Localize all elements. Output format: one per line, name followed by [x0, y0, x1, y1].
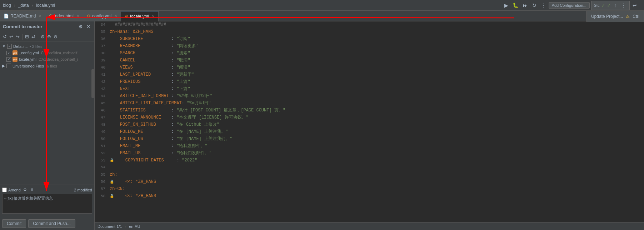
- line-number: 48: [95, 122, 108, 128]
- redo-btn[interactable]: ↪: [15, 33, 20, 40]
- line-number: 45: [95, 100, 108, 106]
- tab-config[interactable]: ⚙ config.yml ✕: [83, 11, 121, 21]
- git-push-icon[interactable]: ↑: [613, 2, 618, 9]
- group-btn[interactable]: ⊜: [40, 33, 45, 40]
- git-check-icon: ✓: [601, 2, 605, 8]
- undo-changes-btn[interactable]: ↩: [9, 33, 14, 40]
- line-number: 51: [95, 143, 108, 149]
- tab-index-close[interactable]: ✕: [76, 14, 79, 18]
- tab-index[interactable]: ⬡ index.html ✕: [45, 11, 83, 21]
- commit-button[interactable]: Commit: [2, 219, 26, 228]
- lang-label: en-AU: [129, 224, 140, 229]
- line-number: 58: [95, 193, 108, 199]
- line-number: 37: [95, 43, 108, 49]
- amend-settings-btn[interactable]: ⚙: [22, 187, 28, 192]
- strip-divider-1: [22, 34, 23, 40]
- code-line: 45 ARTICLE_LIST_DATE_FORMAT: "%m月%d日": [95, 100, 644, 107]
- line-number: 50: [95, 136, 108, 142]
- changelist-label: Defaul… • 2 files: [13, 44, 43, 49]
- commit-message-area: Amend ⚙ ⬆ 2 modified: [0, 185, 94, 217]
- line-number: 47: [95, 115, 108, 121]
- unversioned-chevron-icon: ▶: [2, 64, 5, 68]
- line-number: 40: [95, 65, 108, 71]
- rerun-btn[interactable]: ↻: [531, 2, 538, 9]
- code-view[interactable]: 34 ####################35zh-Hans: &ZH_HA…: [95, 21, 644, 222]
- undo-btn[interactable]: ↩: [631, 2, 638, 9]
- refresh-btn[interactable]: ↺: [2, 33, 8, 40]
- git-check2-icon: ✓: [607, 2, 611, 8]
- line-content: PREVIOUS : "上篇": [108, 79, 644, 85]
- code-line: 36 SUBSCRIBE : "订阅": [95, 36, 644, 43]
- more-btn[interactable]: ⋮: [539, 2, 547, 9]
- line-number: 49: [95, 129, 108, 135]
- line-content: zh-Hans: &ZH_HANS: [108, 29, 644, 35]
- code-line: 39 CANCEL : "取消": [95, 57, 644, 64]
- expand-btn[interactable]: ⊕: [46, 33, 52, 40]
- commit-and-push-button[interactable]: Commit and Push...: [28, 219, 75, 228]
- diff-btn[interactable]: ⊞: [24, 33, 30, 40]
- file-locale-checkbox[interactable]: [6, 57, 11, 62]
- move-btn[interactable]: ⇄: [31, 33, 36, 40]
- line-number: 44: [95, 93, 108, 99]
- code-line: 56🔒 <<: *ZH_HANS: [95, 179, 644, 186]
- collapse-btn[interactable]: ⊖: [53, 33, 58, 40]
- amend-label[interactable]: Amend ⚙ ⬆: [2, 187, 35, 192]
- config-file-path: C:\code\idea_code\self: [41, 51, 78, 55]
- debug-btn[interactable]: 🐛: [511, 2, 520, 9]
- tab-index-label: index.html: [54, 14, 74, 19]
- run-btn[interactable]: ▶: [503, 2, 510, 9]
- line-content: LAST_UPDATED : "更新于": [108, 71, 644, 78]
- config-file-name: _config.yml: [19, 51, 39, 55]
- line-content: POST_ON_GITHUB : "在 Github 上修改": [108, 121, 644, 128]
- main-layout: Commit to master ⚙ ✕ ↺ ↩ ↪ ⊞ ⇄ ⊜ ⊕ ⊖: [0, 21, 644, 230]
- add-configuration-btn[interactable]: Add Configuration...: [549, 2, 590, 9]
- update-project-label[interactable]: Update Project...: [591, 14, 623, 19]
- tab-locale-label: locale.yml: [130, 14, 149, 19]
- unversioned-count: 6 files: [47, 64, 57, 68]
- tab-config-close[interactable]: ✕: [114, 14, 117, 18]
- group-checkbox[interactable]: [7, 44, 12, 49]
- default-changelist-header[interactable]: ▼ Defaul… • 2 files: [0, 43, 94, 50]
- locale-file-name: locale.yml: [19, 57, 36, 61]
- amend-expand-btn[interactable]: ⬆: [29, 187, 35, 192]
- tab-readme-icon: 📄: [4, 14, 9, 19]
- file-list: ▼ Defaul… • 2 files yml _config.yml C:\c…: [0, 41, 94, 185]
- status-doc: Document 1/1: [98, 224, 122, 229]
- unversioned-files-header[interactable]: ▶ Unversioned Files 6 files: [0, 62, 94, 69]
- tab-readme[interactable]: 📄 README.md ✕: [0, 11, 45, 21]
- line-number: 55: [95, 172, 108, 178]
- tab-locale[interactable]: ⚙ locale.yml ✕: [121, 11, 159, 21]
- update-shortcut: Ctrl: [633, 14, 639, 19]
- unversioned-checkbox[interactable]: [6, 64, 11, 68]
- tab-locale-close[interactable]: ✕: [152, 14, 155, 18]
- unversioned-label: Unversioned Files: [13, 64, 44, 68]
- panel-close-btn[interactable]: ✕: [85, 24, 91, 30]
- panel-settings-btn[interactable]: ⚙: [78, 24, 84, 30]
- code-line: 41 LAST_UPDATED : "更新于": [95, 71, 644, 79]
- git-badge: Git: ✓ ✓ ↑ ⋮: [591, 1, 630, 10]
- line-content: 🔒 COPYRIGHT_DATES : "2022": [108, 157, 644, 164]
- commit-panel-header: Commit to master ⚙ ✕: [0, 21, 94, 32]
- amend-row: Amend ⚙ ⬆ 2 modified: [2, 187, 92, 192]
- breadcrumb-data[interactable]: _data: [18, 3, 29, 8]
- file-config-checkbox[interactable]: [6, 51, 11, 55]
- amend-checkbox[interactable]: [2, 188, 7, 192]
- line-content: ARTICLE_LIST_DATE_FORMAT: "%m月%d日": [108, 100, 644, 106]
- step-btn[interactable]: ⏭: [521, 2, 529, 9]
- breadcrumb-blog[interactable]: blog: [3, 3, 11, 8]
- file-item-locale[interactable]: yml locale.yml C:\code\idea_code\self_r: [0, 56, 94, 62]
- line-number: 36: [95, 36, 108, 42]
- line-number: 53: [95, 158, 108, 164]
- commit-message-input[interactable]: [2, 194, 92, 214]
- breadcrumb-locale[interactable]: locale.yml: [36, 3, 55, 8]
- code-line: 53🔒 COPYRIGHT_DATES : "2022": [95, 157, 644, 164]
- tab-readme-close[interactable]: ✕: [39, 14, 41, 18]
- line-number: 56: [95, 179, 108, 185]
- line-number: 41: [95, 72, 108, 78]
- editor-area: 34 ####################35zh-Hans: &ZH_HA…: [95, 21, 644, 230]
- line-content: LICENSE_ANNOUNCE : "本文遵守 [LICENSE] 许可协议。…: [108, 114, 644, 121]
- git-more-icon[interactable]: ⋮: [619, 2, 627, 9]
- code-line: 57zh-CN:: [95, 186, 644, 193]
- file-item-config[interactable]: yml _config.yml C:\code\idea_code\self: [0, 50, 94, 56]
- lock-icon: 🔒: [110, 194, 114, 198]
